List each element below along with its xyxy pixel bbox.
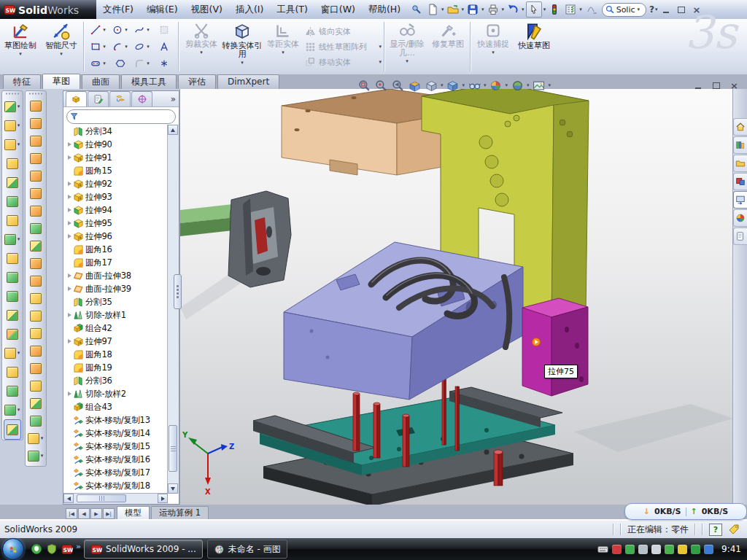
wrap-button[interactable] — [2, 211, 23, 230]
shut-off-button[interactable] — [26, 394, 46, 412]
section-view-icon[interactable] — [407, 78, 422, 93]
dropdown-arrow-icon[interactable]: ▾ — [441, 82, 444, 88]
expand-arrow-icon[interactable] — [66, 221, 73, 225]
fillet-button[interactable]: ▾ — [2, 135, 23, 154]
text-button[interactable] — [153, 39, 175, 55]
mirror-button[interactable] — [2, 249, 23, 268]
circle-button[interactable]: ▾ — [109, 22, 131, 39]
chevron-down-icon[interactable]: ▾ — [638, 7, 640, 12]
trim-surface-button[interactable] — [26, 132, 46, 149]
scroll-thumb[interactable] — [169, 425, 177, 472]
antivirus-tray-icon[interactable] — [612, 545, 622, 554]
view-settings-icon[interactable] — [532, 78, 546, 93]
menu-H[interactable]: 帮助(H) — [362, 1, 407, 18]
dropdown-arrow-icon[interactable]: ▾ — [527, 82, 530, 88]
dropdown-arrow-icon[interactable]: ▾ — [549, 82, 551, 88]
scroll-right-button[interactable] — [158, 494, 168, 503]
minimize-button[interactable] — [660, 4, 673, 15]
composite-curve-button[interactable] — [2, 381, 23, 400]
alert-tray-icon[interactable] — [678, 545, 687, 554]
tree-vertical-scrollbar[interactable] — [167, 125, 179, 494]
tree-item[interactable]: 实体-移动/复制18 — [66, 479, 168, 492]
tree-horizontal-scrollbar[interactable] — [63, 493, 168, 504]
solidworks-resources-tab[interactable] — [733, 118, 747, 136]
panel-splitter-handle[interactable] — [174, 274, 182, 309]
expand-arrow-icon[interactable] — [66, 142, 73, 147]
dropdown-arrow-icon[interactable]: ▾ — [125, 27, 128, 33]
audio-tray-icon[interactable] — [651, 545, 661, 554]
cmd-move-entities-button[interactable]: 移动实体▾ — [303, 55, 382, 70]
cmd-convert-entities-button[interactable]: 转换实体引用▾ — [222, 19, 263, 74]
combine-button[interactable] — [2, 306, 23, 324]
view-palette-tab[interactable] — [733, 191, 747, 209]
tab-特征[interactable]: 特征 — [3, 74, 41, 89]
dropdown-arrow-icon[interactable]: ▾ — [103, 61, 106, 66]
tree-item[interactable]: 拉伸94 — [66, 203, 168, 217]
dropdown-arrow-icon[interactable]: ▾ — [200, 50, 203, 55]
tree-item[interactable]: 曲面-拉伸39 — [66, 282, 168, 295]
rectangle-button[interactable]: ▾ — [88, 39, 109, 55]
tree-item[interactable]: 切除-放样1 — [66, 308, 168, 322]
dropdown-arrow-icon[interactable]: ▾ — [406, 58, 409, 64]
revolved-surface-button[interactable] — [26, 114, 46, 132]
delete-hole-button[interactable] — [26, 289, 46, 307]
cmd-mirror-entities-button[interactable]: 镜向实体 — [303, 24, 382, 39]
tree-item[interactable]: 拉伸97 — [66, 335, 168, 348]
ruled-surface-button[interactable] — [26, 359, 46, 377]
tree-item[interactable]: 切除-放样2 — [66, 387, 168, 400]
untrim-surface-button[interactable] — [26, 307, 46, 324]
restore-button[interactable] — [676, 4, 688, 15]
cmd-quick-snaps-button[interactable]: 快速捕捉▾ — [473, 19, 514, 74]
cmd-display-delete-relations-button[interactable]: 显示/删除几...▾ — [387, 19, 427, 74]
dropdown-arrow-icon[interactable]: ▾ — [103, 44, 106, 50]
draft-button[interactable] — [2, 192, 23, 211]
dropdown-arrow-icon[interactable]: ▾ — [462, 7, 465, 12]
planar-surface-button[interactable] — [26, 202, 46, 219]
design-library-tab[interactable] — [733, 136, 747, 154]
dropdown-arrow-icon[interactable]: ▾ — [484, 82, 487, 88]
menu-I[interactable]: 插入(I) — [229, 1, 270, 18]
apply-scene-icon[interactable] — [510, 78, 525, 93]
toolbox-tab[interactable] — [733, 173, 747, 190]
cmd-trim-button[interactable]: 剪裁实体▾ — [181, 19, 222, 74]
menu-E[interactable]: 编辑(E) — [140, 1, 185, 18]
dropdown-arrow-icon[interactable]: ▾ — [492, 50, 495, 55]
tree-item[interactable]: 拉伸90 — [66, 138, 168, 151]
tab-模具工具[interactable]: 模具工具 — [121, 74, 177, 89]
dropdown-arrow-icon[interactable]: ▾ — [18, 236, 20, 242]
tree-item[interactable]: 实体-移动/复制17 — [66, 466, 168, 479]
tree-item[interactable]: 圆角19 — [66, 361, 168, 374]
tree-item[interactable]: 实体-移动/复制13 — [66, 413, 168, 427]
dropdown-arrow-icon[interactable]: ▾ — [441, 7, 444, 12]
scroll-thumb[interactable] — [77, 494, 126, 502]
tree-item[interactable]: 拉伸92 — [66, 177, 168, 190]
featuremanager-design-tree-tab[interactable] — [66, 91, 87, 106]
boss-button[interactable] — [2, 362, 23, 381]
tree-item[interactable]: 实体-移动/复制14 — [66, 427, 168, 440]
dropdown-arrow-icon[interactable]: ▾ — [18, 407, 20, 413]
cmd-sketch-button[interactable]: 草图绘制▾ — [0, 19, 41, 74]
tree-filter-input[interactable] — [66, 109, 176, 124]
dropdown-arrow-icon[interactable]: ▾ — [481, 7, 484, 12]
spline-green-button[interactable]: ▾ — [26, 447, 46, 464]
tag-icon[interactable] — [728, 524, 740, 535]
scroll-left-button[interactable] — [63, 494, 74, 503]
open-icon[interactable] — [446, 2, 460, 17]
custom-properties-tab[interactable] — [733, 228, 747, 245]
taskbar-window-paint[interactable]: 未命名 - 画图 — [207, 540, 287, 559]
language-keyboard-icon[interactable] — [597, 544, 608, 555]
ellipse-button[interactable]: ▾ — [131, 39, 153, 55]
tree-item[interactable]: 分割35 — [66, 295, 168, 308]
hide-show-items-icon[interactable] — [467, 78, 481, 93]
dropdown-arrow-icon[interactable]: ▾ — [125, 44, 128, 50]
rebuild-traffic-light-icon[interactable] — [547, 2, 562, 17]
configurationmanager-tab[interactable] — [109, 91, 131, 106]
messenger-icon[interactable] — [30, 543, 42, 556]
graphics-viewport[interactable]: X Y Z — [179, 89, 732, 505]
tree-item[interactable]: 实体-移动/复制15 — [66, 440, 168, 453]
defender-tray-icon[interactable] — [625, 545, 635, 554]
dropdown-arrow-icon[interactable]: ▾ — [379, 59, 382, 65]
chevron-down-icon[interactable]: ▾ — [655, 7, 658, 12]
tree-item[interactable]: 分割36 — [66, 374, 168, 387]
menu-W[interactable]: 窗口(W) — [314, 1, 362, 18]
